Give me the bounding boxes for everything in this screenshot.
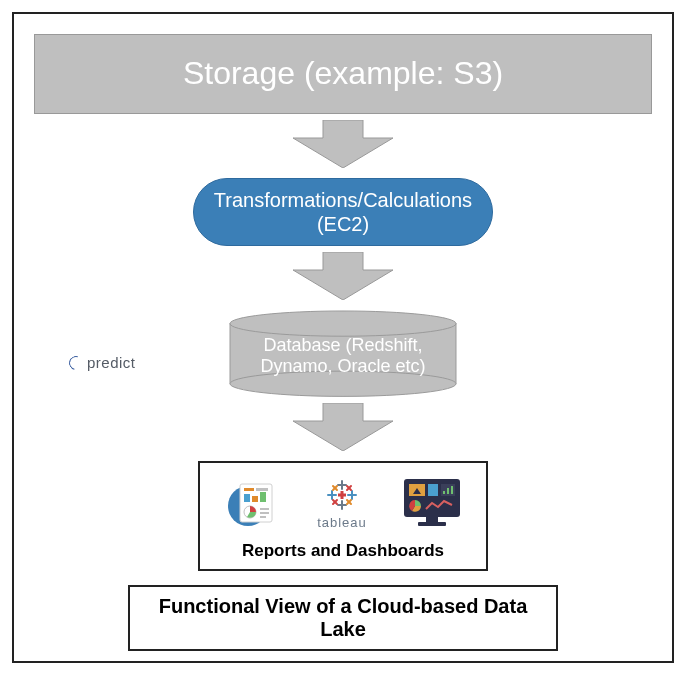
watermark-text: predict xyxy=(87,354,136,371)
tableau-label: tableau xyxy=(317,515,367,530)
reports-layer: tableau xyxy=(198,461,488,571)
dashboard-monitor-icon xyxy=(400,475,464,533)
svg-rect-13 xyxy=(260,508,269,510)
svg-rect-9 xyxy=(244,494,250,502)
database-label: Database (Redshift, Dynamo, Oracle etc) xyxy=(250,335,435,378)
watermark: predict xyxy=(69,354,136,371)
svg-rect-11 xyxy=(260,492,266,502)
arrow-down-icon xyxy=(293,403,393,455)
svg-rect-14 xyxy=(260,512,269,514)
svg-rect-35 xyxy=(426,517,438,522)
diagram-frame: Storage (example: S3) Transformations/Ca… xyxy=(12,12,674,663)
transform-label: Transformations/Calculations (EC2) xyxy=(214,188,472,236)
storage-label: Storage (example: S3) xyxy=(183,55,503,92)
reports-label: Reports and Dashboards xyxy=(242,541,444,561)
tableau-logo-icon: tableau xyxy=(317,478,367,530)
svg-rect-10 xyxy=(252,496,258,502)
svg-rect-39 xyxy=(428,484,438,496)
svg-rect-42 xyxy=(447,488,449,494)
arrow-down-icon xyxy=(293,252,393,304)
svg-rect-7 xyxy=(244,488,254,491)
arrow-down-icon xyxy=(293,120,393,172)
report-document-icon xyxy=(222,476,284,532)
svg-rect-43 xyxy=(451,486,453,494)
svg-rect-15 xyxy=(260,516,266,518)
storage-layer: Storage (example: S3) xyxy=(34,34,652,114)
svg-rect-41 xyxy=(443,491,445,494)
svg-rect-36 xyxy=(418,522,446,526)
swirl-icon xyxy=(66,353,85,372)
diagram-caption: Functional View of a Cloud-based Data La… xyxy=(128,585,558,651)
svg-rect-8 xyxy=(256,488,268,491)
transform-layer: Transformations/Calculations (EC2) xyxy=(193,178,493,246)
reports-icon-row: tableau xyxy=(210,475,476,533)
database-layer: Database (Redshift, Dynamo, Oracle etc) xyxy=(228,310,458,397)
